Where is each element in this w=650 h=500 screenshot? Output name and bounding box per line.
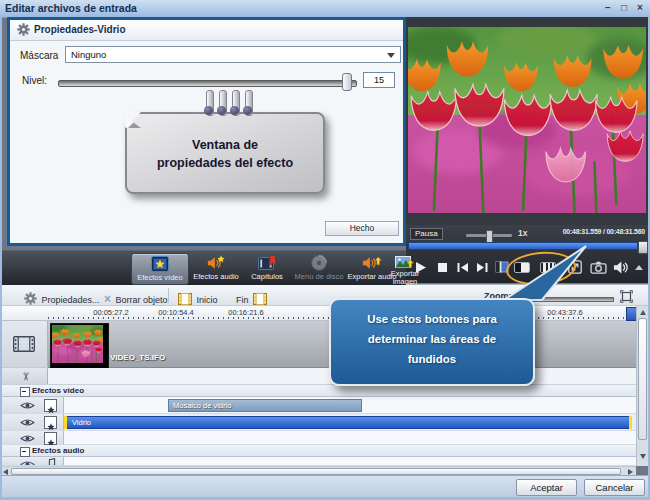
video-track-row: VIDEO_TS.IFO (0, 321, 636, 368)
cut-track-row: ✂ (0, 368, 636, 385)
video-effects-section-header: Efectos vídeo (0, 385, 636, 397)
binder-ring (206, 90, 214, 116)
effect-type-icon (44, 432, 57, 445)
ruler-tick-label: 00:10:54.4 (158, 308, 193, 317)
maximize-button[interactable]: □ (617, 1, 631, 15)
export-audio-icon (362, 255, 382, 271)
fade-end-button[interactable]: Fin (236, 289, 267, 307)
volume-popup-arrow[interactable] (633, 258, 645, 276)
level-slider-track[interactable] (58, 80, 357, 87)
mask-value: Ninguno (71, 49, 106, 60)
delete-icon: × (104, 292, 111, 306)
hscroll-thumb[interactable] (11, 468, 621, 475)
app-window: Editar archivos de entrada − □ × Propied… (0, 0, 650, 500)
effect-bar-mosaico[interactable]: Mosaico de vidrio (168, 399, 362, 412)
mode-tabs-bar: Efectos vídeo Efectos audio Capítulos Me… (0, 250, 406, 285)
effect-type-icon (44, 399, 57, 412)
video-track-gutter (0, 321, 48, 367)
tutorial-callout: Use estos botones para determinar las ár… (329, 298, 535, 386)
ruler-tick-label: 00:43:37.6 (547, 308, 582, 317)
tab-capitulos[interactable]: Capítulos (245, 253, 289, 283)
binder-ring (232, 90, 240, 116)
chapters-icon (258, 255, 276, 271)
panel-header: Propiedades-Vidrio (10, 20, 403, 41)
level-slider-thumb[interactable] (342, 73, 352, 91)
disc-menu-icon (310, 255, 328, 271)
timecode: 00:48:31.559 / 00:48:31.560 (563, 228, 645, 235)
collapse-icon[interactable] (20, 447, 30, 457)
video-preview-panel (406, 17, 648, 225)
minimize-button[interactable]: − (601, 1, 615, 15)
panel-title: Propiedades-Vidrio (34, 24, 126, 35)
zoom-fit-icon[interactable] (620, 290, 633, 303)
callout-line1: Use estos botones para (331, 309, 533, 329)
scroll-down-icon[interactable] (640, 454, 646, 459)
title-bar: Editar archivos de entrada − □ × (0, 0, 650, 18)
callout-pointer (498, 242, 594, 302)
close-button[interactable]: × (633, 1, 647, 15)
ruler-tick-label: 00:16:21.6 (228, 308, 263, 317)
done-button[interactable]: Hecho (325, 221, 399, 236)
effect-type-icon (44, 416, 57, 429)
tab-efectos-audio[interactable]: Efectos audio (189, 253, 243, 283)
mask-label: Máscara (20, 50, 58, 61)
eye-icon[interactable] (20, 417, 35, 428)
scissors-icon: ✂ (19, 372, 32, 381)
stop-button[interactable] (433, 258, 451, 276)
level-label: Nivel: (22, 75, 47, 86)
fade-end-handle[interactable] (629, 416, 632, 429)
video-frame-tulips (408, 27, 646, 213)
tab-exportar-imagen[interactable]: Exportar imagen (381, 253, 429, 283)
vertical-scrollbar[interactable] (636, 306, 648, 466)
fade-start-handle[interactable] (64, 416, 67, 429)
audio-effects-icon (207, 255, 225, 271)
effect-bar-vidrio[interactable]: Vidrio (64, 416, 632, 429)
eye-icon[interactable] (20, 433, 35, 444)
next-frame-button[interactable] (473, 258, 491, 276)
sticky-note-callout: Ventana de propiedades del efecto (125, 112, 325, 194)
eye-icon[interactable] (20, 400, 35, 411)
status-badge: Pausa (410, 228, 443, 240)
window-title: Editar archivos de entrada (5, 2, 137, 14)
speed-value: 1x (518, 228, 527, 238)
eye-icon[interactable] (20, 459, 35, 466)
effect-properties-panel: Propiedades-Vidrio Máscara Ninguno Nivel… (7, 17, 406, 246)
gear-icon (24, 292, 37, 305)
note-line2: propiedades del efecto (127, 154, 323, 172)
previous-frame-button[interactable] (453, 258, 471, 276)
effect-row: Mosaico de vidrio (0, 397, 636, 414)
properties-button[interactable]: Propiedades... (24, 289, 100, 307)
callout-line2: determinar las áreas de (331, 329, 533, 349)
chevron-down-icon (387, 53, 395, 58)
film-start-icon (178, 293, 192, 305)
callout-line3: fundidos (331, 349, 533, 369)
volume-icon[interactable] (611, 258, 629, 276)
ruler-tick-label: 00:05:27.2 (93, 308, 128, 317)
binder-ring (245, 90, 253, 116)
seek-marker[interactable] (638, 241, 648, 254)
delete-object-button[interactable]: × Borrar objeto (104, 289, 168, 307)
film-end-icon (253, 293, 267, 305)
collapse-icon[interactable] (20, 387, 30, 397)
cancel-button[interactable]: Cancelar (584, 479, 645, 496)
clip-name: VIDEO_TS.IFO (110, 353, 165, 362)
gear-icon (17, 23, 30, 36)
fade-start-button[interactable]: Inicio (178, 289, 217, 307)
vscroll-thumb[interactable] (638, 318, 647, 440)
toolbar-divider (168, 288, 169, 303)
mask-dropdown[interactable]: Ninguno (65, 46, 401, 63)
music-note-icon (46, 458, 56, 466)
tab-menu-de-disco: Menú de disco (291, 253, 347, 283)
level-value-box[interactable]: 15 (363, 72, 395, 88)
horizontal-scrollbar[interactable] (0, 466, 636, 475)
effect-row-selected: Vidrio (0, 414, 636, 431)
accept-button[interactable]: Aceptar (516, 479, 577, 496)
tab-efectos-video[interactable]: Efectos vídeo (131, 253, 189, 285)
scroll-up-icon[interactable] (640, 310, 646, 315)
clip-thumbnail (50, 323, 109, 369)
video-effects-icon (151, 256, 169, 272)
window-border (0, 17, 2, 500)
audio-effect-row-partial (0, 457, 636, 466)
note-line1: Ventana de (127, 136, 323, 154)
timeline-ruler[interactable]: 00:05:27.2 00:10:54.4 00:16:21.6 00:21:4… (0, 306, 636, 321)
